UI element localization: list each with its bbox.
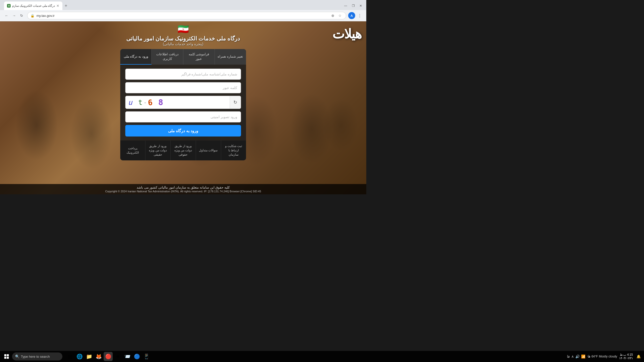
link-faq[interactable]: سوالات متداول <box>196 141 221 160</box>
browser-chrome: 🏛 درگاه ملی خدمات الکترونیک سازم ✕ + — ❐… <box>0 0 366 21</box>
login-form: u t - 6 8 ↻ ورود به درگاه ملی <box>120 65 246 141</box>
browser-menu-button[interactable]: ⋮ <box>356 12 363 19</box>
captcha-char-1: u <box>128 98 133 107</box>
login-button[interactable]: ورود به درگاه ملی <box>125 125 241 137</box>
captcha-char-4: 8 <box>158 98 164 107</box>
tab-favicon: 🏛 <box>7 4 11 8</box>
captcha-image: u t - 6 8 <box>126 96 230 109</box>
tab-close-button[interactable]: ✕ <box>56 4 59 8</box>
minimize-button[interactable]: — <box>342 3 349 9</box>
refresh-icon: ↻ <box>233 100 237 105</box>
login-tabs: تغییر شماره همراه فراموشی کلمه عبور دریا… <box>120 49 246 65</box>
tab-title: درگاه ملی خدمات الکترونیک سازم <box>12 4 55 8</box>
page-footer: کلیه حقوق این سامانه متعلق به سازمان امو… <box>0 184 366 194</box>
new-tab-button[interactable]: + <box>62 2 69 9</box>
footer-line2: Copyright © 2024 Iranian National Tax Ad… <box>3 190 364 193</box>
login-card-wrapper: 🇮🇷 درگاه ملی خدمات الکترونیک سازمان امور… <box>120 24 246 160</box>
browser-address-bar: ← → ↻ 🔒 my.tax.gov.ir ⊕ ☆ A ⋮ <box>0 10 366 21</box>
close-button[interactable]: ✕ <box>357 3 364 9</box>
maximize-button[interactable]: ❐ <box>350 3 357 9</box>
browser-title-bar: 🏛 درگاه ملی خدمات الکترونیک سازم ✕ + — ❐… <box>0 0 366 10</box>
translate-button[interactable]: ⊕ <box>330 13 336 19</box>
captcha-char-3: 6 <box>147 98 154 107</box>
url-display: my.tax.gov.ir <box>36 14 328 18</box>
profile-button[interactable]: A <box>348 12 355 19</box>
captcha-image-row: u t - 6 8 ↻ <box>125 96 241 109</box>
tab-forgot-password[interactable]: فراموشی کلمه عبور <box>183 49 215 65</box>
captcha-refresh-button[interactable]: ↻ <box>230 96 241 109</box>
tab-login[interactable]: ورود به درگاه ملی <box>120 49 151 65</box>
password-input[interactable] <box>125 82 241 93</box>
window-controls: — ❐ ✕ <box>342 3 364 9</box>
nav-controls: ← → ↻ <box>3 12 25 19</box>
site-subtitle: (پنجره واحد خدمات مالیاتی) <box>120 42 246 46</box>
logo-text: هیلات <box>332 27 361 41</box>
address-bar[interactable]: 🔒 my.tax.gov.ir ⊕ ☆ <box>27 12 346 19</box>
forward-button[interactable]: → <box>11 12 18 19</box>
login-card: تغییر شماره همراه فراموشی کلمه عبور دریا… <box>120 49 246 160</box>
tab-get-info[interactable]: دریافت اطلاعات کاربری <box>152 49 183 65</box>
site-logo: هیلات <box>332 26 361 41</box>
tab-change-phone[interactable]: تغییر شماره همراه <box>215 49 246 65</box>
link-complaint[interactable]: ثبت شکایت و ارتباط با سازمان <box>221 141 246 160</box>
captcha-input[interactable] <box>125 111 241 122</box>
refresh-button[interactable]: ↻ <box>18 12 25 19</box>
footer-line1: کلیه حقوق این سامانه متعلق به سازمان امو… <box>3 186 364 189</box>
flag-icon: 🇮🇷 <box>120 24 246 34</box>
bookmark-button[interactable]: ☆ <box>337 13 343 19</box>
link-real-entry[interactable]: ورود از طریق دولت من ویژه حقیقی <box>145 141 171 160</box>
captcha-char-2: t <box>138 98 144 107</box>
link-legal-entry[interactable]: ورود از طریق دولت من ویژه حقوقی <box>171 141 196 160</box>
site-title: درگاه ملی خدمات الکترونیک سازمان امور ما… <box>120 35 246 42</box>
back-button[interactable]: ← <box>3 12 10 19</box>
page-content: هیلات 🇮🇷 درگاه ملی خدمات الکترونیک سازما… <box>0 21 366 194</box>
browser-tab[interactable]: 🏛 درگاه ملی خدمات الکترونیک سازم ✕ <box>4 2 62 10</box>
national-id-input[interactable] <box>125 69 241 80</box>
captcha-dash: - <box>143 99 148 106</box>
site-header: 🇮🇷 درگاه ملی خدمات الکترونیک سازمان امور… <box>120 24 246 46</box>
bottom-links: ثبت شکایت و ارتباط با سازمان سوالات متدا… <box>120 141 246 160</box>
link-epay[interactable]: پرداخت الکترونیک <box>120 141 145 160</box>
browser-actions: A ⋮ <box>348 12 363 19</box>
